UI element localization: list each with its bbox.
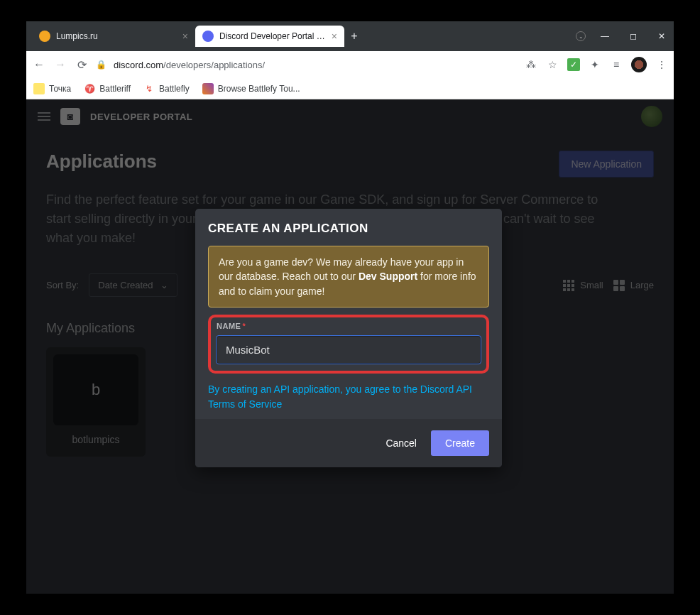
tab-title: Lumpics.ru (56, 31, 177, 41)
dev-support-link[interactable]: Dev Support (359, 271, 417, 282)
close-icon[interactable]: × (332, 31, 337, 42)
minimize-icon[interactable]: — (598, 31, 611, 41)
create-button[interactable]: Create (431, 430, 489, 456)
maximize-icon[interactable]: ◻ (627, 31, 640, 41)
extension-icon[interactable]: ✓ (567, 58, 580, 71)
profile-avatar[interactable] (631, 57, 647, 72)
bookmark-item[interactable]: Browse Battlefy Tou... (202, 83, 300, 94)
discord-page: ◙ DEVELOPER PORTAL Applications New Appl… (26, 99, 674, 594)
address-bar: ← → ⟳ 🔒 discord.com/developers/applicati… (26, 51, 674, 78)
close-icon[interactable]: ✕ (655, 31, 668, 41)
menu-icon[interactable]: ⋮ (655, 58, 668, 71)
browser-window: Lumpics.ru × Discord Developer Portal — … (26, 21, 674, 594)
modal-footer: Cancel Create (195, 419, 502, 467)
create-application-modal: CREATE AN APPLICATION Are you a game dev… (195, 209, 502, 467)
close-icon[interactable]: × (182, 31, 188, 42)
reload-icon[interactable]: ⟳ (75, 58, 89, 72)
forward-icon[interactable]: → (53, 58, 67, 71)
tab-search-icon[interactable]: ⌄ (576, 31, 586, 41)
favicon-icon (202, 31, 214, 42)
modal-title: CREATE AN APPLICATION (208, 222, 489, 236)
flame-icon: ↯ (143, 83, 155, 94)
url-domain: discord.com (114, 60, 163, 70)
puzzle-icon[interactable]: ✦ (589, 58, 601, 71)
tab-title: Discord Developer Portal — My A (219, 31, 326, 41)
reading-list-icon[interactable]: ≡ (610, 58, 623, 71)
tab-lumpics[interactable]: Lumpics.ru × (32, 26, 195, 47)
url-path: /developers/applications/ (163, 60, 265, 70)
bookmark-item[interactable]: ↯Battlefly (143, 83, 190, 94)
translate-icon[interactable]: ⁂ (525, 58, 537, 71)
url-box[interactable]: 🔒 discord.com/developers/applications/ (96, 60, 518, 70)
star-icon[interactable]: ☆ (546, 58, 559, 71)
new-tab-button[interactable]: + (344, 26, 364, 46)
info-banner: Are you a game dev? We may already have … (208, 246, 489, 308)
bookmarks-bar: Точка ♈Battleriff ↯Battlefly Browse Batt… (26, 78, 674, 99)
titlebar: Lumpics.ru × Discord Developer Portal — … (26, 21, 674, 51)
shield-icon: ♈ (84, 83, 95, 94)
back-icon[interactable]: ← (32, 58, 46, 71)
name-label: NAME* (217, 322, 481, 330)
highlight-box: NAME* (208, 315, 489, 374)
tos-link[interactable]: By creating an API application, you agre… (208, 382, 489, 412)
cancel-button[interactable]: Cancel (385, 437, 417, 449)
bookmark-item[interactable]: Точка (33, 83, 71, 94)
lock-icon: 🔒 (96, 60, 106, 70)
favicon-icon (39, 31, 50, 42)
tab-discord[interactable]: Discord Developer Portal — My A × (195, 26, 344, 47)
bookmark-item[interactable]: ♈Battleriff (84, 83, 131, 94)
name-input[interactable] (217, 336, 481, 364)
window-controls: — ◻ ✕ (598, 31, 668, 41)
